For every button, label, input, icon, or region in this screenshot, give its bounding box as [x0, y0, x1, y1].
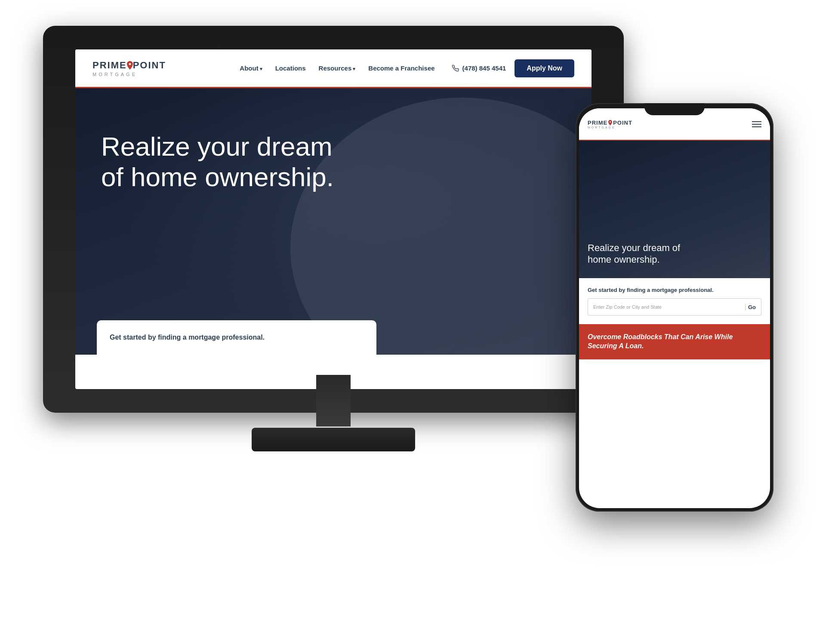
phone-logo-sub-text: MORTGAGE — [588, 126, 632, 129]
nav-links: About Locations Resources Become a Franc… — [240, 64, 434, 72]
phone-search-separator: | — [745, 303, 746, 311]
hamburger-line-3 — [752, 126, 761, 127]
site-navbar: PRIME POINT MORTGAGE About Locations Res — [75, 49, 592, 88]
site-logo: PRIME POINT MORTGAGE — [92, 60, 166, 77]
monitor-body: PRIME POINT MORTGAGE About Locations Res — [43, 26, 624, 413]
phone: PRIME POINT MORTGAGE — [576, 103, 773, 512]
logo-top: PRIME POINT — [92, 60, 166, 71]
logo-pin-icon — [127, 61, 133, 70]
hero-headline-line1: Realize your dream — [101, 132, 333, 161]
logo-mortgage-text: MORTGAGE — [92, 72, 166, 77]
hero-search-label: Get started by finding a mortgage profes… — [110, 334, 265, 341]
phone-body: PRIME POINT MORTGAGE — [576, 103, 773, 512]
hero-search-box: Get started by finding a mortgage profes… — [97, 320, 376, 355]
nav-about[interactable]: About — [240, 64, 262, 72]
phone-logo: PRIME POINT MORTGAGE — [588, 120, 632, 129]
hamburger-line-1 — [752, 121, 761, 122]
nav-franchisee[interactable]: Become a Franchisee — [368, 64, 434, 72]
hero-headline: Realize your dream of home ownership. — [101, 131, 334, 193]
nav-phone: (478) 845 4541 — [452, 64, 506, 72]
phone-hero: Realize your dream of home ownership. — [579, 141, 770, 278]
phone-search-input-box[interactable]: Enter Zip Code or City and State | Go — [588, 298, 761, 316]
phone-search-section: Get started by finding a mortgage profes… — [579, 278, 770, 324]
monitor: PRIME POINT MORTGAGE About Locations Res — [43, 26, 624, 477]
monitor-screen: PRIME POINT MORTGAGE About Locations Res — [75, 49, 592, 389]
logo-prime-text: PRIME — [92, 60, 127, 71]
hero-text: Realize your dream of home ownership. — [101, 131, 334, 193]
hero-headline-line2: of home ownership. — [101, 162, 334, 192]
phone-search-placeholder: Enter Zip Code or City and State — [593, 304, 743, 310]
phone-notch — [644, 103, 705, 115]
phone-icon — [452, 65, 459, 72]
phone-hamburger-button[interactable] — [752, 121, 761, 127]
phone-cta-text: Overcome Roadblocks That Can Arise While… — [588, 333, 761, 351]
monitor-stand-neck — [316, 375, 351, 426]
nav-resources[interactable]: Resources — [319, 64, 356, 72]
phone-screen: PRIME POINT MORTGAGE — [579, 108, 770, 508]
phone-search-title: Get started by finding a mortgage profes… — [588, 287, 761, 293]
nav-locations[interactable]: Locations — [275, 64, 306, 72]
phone-logo-pin-icon — [608, 120, 612, 126]
phone-number: (478) 845 4541 — [462, 64, 506, 72]
phone-logo-prime: PRIME — [588, 120, 607, 126]
logo-point-text: POINT — [133, 60, 166, 71]
monitor-stand-base — [252, 428, 415, 451]
scene: PRIME POINT MORTGAGE About Locations Res — [0, 0, 838, 644]
phone-cta-section: Overcome Roadblocks That Can Arise While… — [579, 324, 770, 359]
apply-button[interactable]: Apply Now — [515, 59, 574, 77]
site-hero: Realize your dream of home ownership. Ge… — [75, 88, 592, 355]
hamburger-line-2 — [752, 124, 761, 125]
phone-search-go-button[interactable]: Go — [748, 304, 756, 310]
phone-logo-point: POINT — [613, 120, 632, 126]
phone-hero-headline: Realize your dream of home ownership. — [588, 242, 682, 265]
